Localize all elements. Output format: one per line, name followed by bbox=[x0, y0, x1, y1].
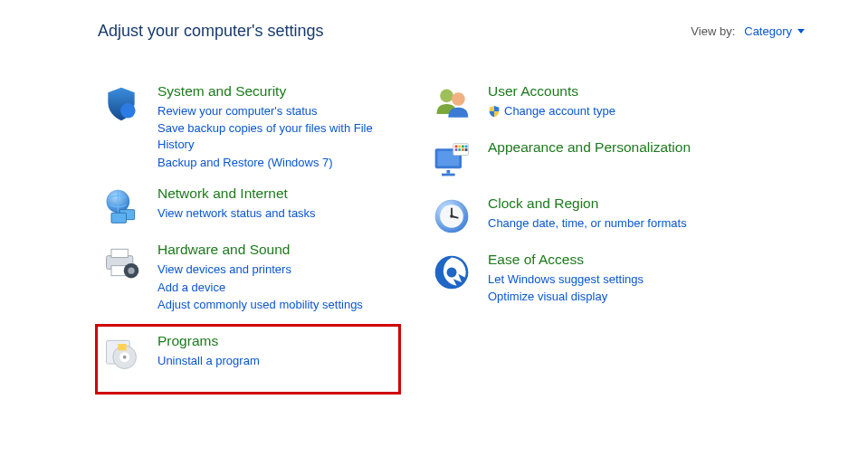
category-ease-of-access: Ease of Access Let Windows suggest setti… bbox=[428, 247, 754, 307]
category-title-link[interactable]: Network and Internet bbox=[157, 185, 316, 204]
category-sublink[interactable]: View devices and printers bbox=[157, 262, 363, 278]
shield-icon bbox=[101, 84, 141, 124]
category-clock-region: Clock and Region Change date, time, or n… bbox=[428, 191, 754, 238]
svg-rect-24 bbox=[455, 148, 458, 151]
svg-rect-17 bbox=[447, 170, 451, 174]
page-title: Adjust your computer's settings bbox=[98, 22, 324, 41]
category-body: Clock and Region Change date, time, or n… bbox=[488, 195, 687, 236]
svg-point-14 bbox=[452, 92, 465, 106]
svg-point-34 bbox=[447, 268, 457, 278]
svg-rect-23 bbox=[465, 146, 468, 148]
category-body: Network and Internet View network status… bbox=[157, 185, 316, 226]
category-title-link[interactable]: System and Security bbox=[157, 82, 397, 101]
users-icon bbox=[432, 84, 472, 124]
category-body: Hardware and Sound View devices and prin… bbox=[157, 241, 363, 313]
category-sublink[interactable]: View network status and tasks bbox=[157, 205, 316, 222]
svg-point-32 bbox=[450, 214, 453, 218]
viewby-dropdown[interactable]: Category bbox=[744, 24, 805, 38]
appearance-icon bbox=[432, 140, 472, 180]
category-body: Ease of Access Let Windows suggest setti… bbox=[488, 251, 644, 305]
category-sublink[interactable]: Optimize visual display bbox=[488, 289, 644, 305]
svg-rect-25 bbox=[458, 148, 461, 151]
globe-network-icon bbox=[101, 186, 141, 226]
category-network-internet: Network and Internet View network status… bbox=[98, 181, 401, 228]
svg-rect-22 bbox=[462, 146, 464, 148]
svg-point-13 bbox=[440, 90, 453, 103]
category-hardware-sound: Hardware and Sound View devices and prin… bbox=[98, 237, 401, 315]
category-title-link[interactable]: User Accounts bbox=[488, 82, 615, 101]
svg-rect-27 bbox=[465, 148, 468, 151]
category-sublink[interactable]: Uninstall a program bbox=[157, 353, 260, 369]
svg-rect-21 bbox=[458, 146, 461, 148]
page-header: Adjust your computer's settings View by:… bbox=[98, 22, 841, 41]
svg-rect-20 bbox=[455, 146, 458, 148]
category-system-security: System and Security Review your computer… bbox=[98, 79, 401, 172]
printer-hardware-icon bbox=[101, 243, 141, 282]
left-column: System and Security Review your computer… bbox=[98, 79, 401, 404]
chevron-down-icon bbox=[797, 29, 805, 33]
sublink-text: Change account type bbox=[504, 103, 615, 119]
category-sublink[interactable]: Backup and Restore (Windows 7) bbox=[157, 155, 397, 171]
clock-icon bbox=[432, 196, 472, 236]
category-sublink[interactable]: Add a device bbox=[157, 280, 363, 296]
uac-shield-icon bbox=[488, 105, 501, 118]
category-title-link[interactable]: Clock and Region bbox=[488, 195, 687, 214]
svg-rect-18 bbox=[442, 174, 455, 176]
viewby-label: View by: bbox=[691, 24, 735, 38]
svg-rect-5 bbox=[111, 249, 128, 257]
right-column: User Accounts Change account type bbox=[428, 79, 754, 404]
svg-rect-3 bbox=[111, 213, 127, 223]
category-sublink[interactable]: Save backup copies of your files with Fi… bbox=[157, 120, 397, 152]
svg-point-8 bbox=[128, 268, 134, 274]
category-body: User Accounts Change account type bbox=[488, 82, 615, 124]
category-sublink[interactable]: Change account type bbox=[488, 103, 615, 119]
category-body: Programs Uninstall a program bbox=[157, 332, 260, 374]
ease-access-icon bbox=[432, 252, 472, 292]
categories-columns: System and Security Review your computer… bbox=[98, 79, 841, 404]
category-title-link[interactable]: Hardware and Sound bbox=[157, 241, 363, 260]
programs-icon bbox=[101, 334, 141, 374]
category-sublink[interactable]: Review your computer's status bbox=[157, 103, 397, 119]
category-title-link[interactable]: Appearance and Personalization bbox=[488, 138, 691, 157]
category-body: Appearance and Personalization bbox=[488, 138, 691, 180]
svg-point-12 bbox=[123, 356, 127, 359]
viewby-value-text: Category bbox=[744, 24, 792, 38]
category-sublink[interactable]: Change date, time, or number formats bbox=[488, 215, 687, 232]
category-sublink[interactable]: Let Windows suggest settings bbox=[488, 271, 644, 288]
category-title-link[interactable]: Programs bbox=[157, 332, 260, 351]
viewby-control: View by: Category bbox=[691, 24, 805, 38]
category-body: System and Security Review your computer… bbox=[157, 82, 397, 170]
category-programs: Programs Uninstall a program bbox=[95, 324, 401, 395]
category-title-link[interactable]: Ease of Access bbox=[488, 251, 644, 270]
svg-point-0 bbox=[120, 103, 136, 118]
category-user-accounts: User Accounts Change account type bbox=[428, 79, 754, 126]
category-appearance: Appearance and Personalization bbox=[428, 135, 754, 182]
category-sublink[interactable]: Adjust commonly used mobility settings bbox=[157, 297, 363, 313]
svg-rect-26 bbox=[462, 148, 464, 151]
